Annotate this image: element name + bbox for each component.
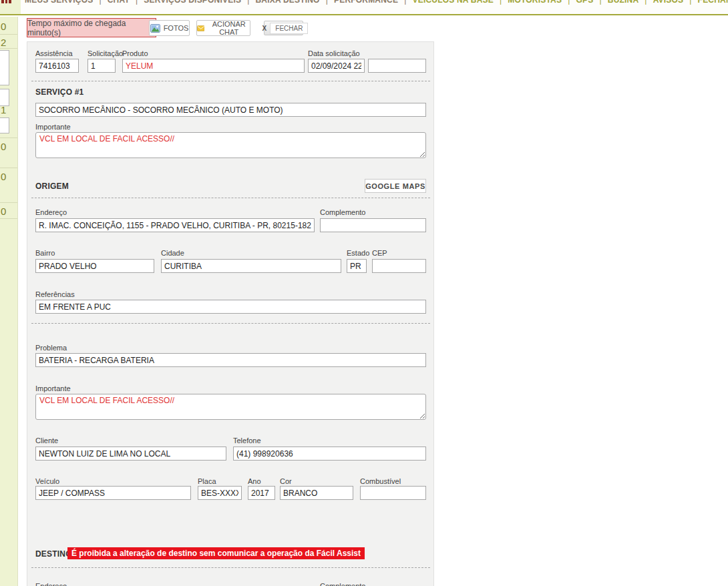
endereco-input[interactable] xyxy=(35,218,315,232)
menu-text-fragment xyxy=(9,0,11,3)
estado-label: Estado xyxy=(347,249,369,257)
ano-label: Ano xyxy=(248,477,261,485)
separator xyxy=(31,323,430,324)
cor-input[interactable] xyxy=(280,486,353,500)
sidebar-input-fragment[interactable] xyxy=(0,50,9,85)
nav-item-gps[interactable]: GPS xyxy=(576,0,607,5)
separator xyxy=(31,198,430,198)
endereco-label: Endereço xyxy=(35,208,67,216)
service-detail-panel: Assistência Solicitação Produto Data sol… xyxy=(27,41,434,586)
sidebar-divider xyxy=(0,168,17,168)
assistencia-input[interactable] xyxy=(35,59,79,73)
top-navigation: MEUS SERVIÇOS CHAT SERVIÇOS DISPONÍVEIS … xyxy=(0,0,728,15)
nav-menu: MEUS SERVIÇOS CHAT SERVIÇOS DISPONÍVEIS … xyxy=(25,0,728,5)
cliente-input[interactable] xyxy=(35,447,226,461)
servico-header: SERVIÇO #1 xyxy=(35,87,83,97)
fechar-button[interactable]: X FECHAR xyxy=(264,21,303,35)
tempo-maximo-label: Tempo máximo de chegada minuto(s) xyxy=(27,19,156,37)
envelope-icon xyxy=(197,25,204,32)
solicitacao-input[interactable] xyxy=(87,59,116,73)
placa-label: Placa xyxy=(198,477,216,485)
estado-input[interactable] xyxy=(347,259,367,273)
destino-warning-text: É proibida a alteração de destino sem co… xyxy=(71,549,361,558)
sidebar-count: 0 xyxy=(1,171,6,182)
servico-input[interactable] xyxy=(35,103,426,117)
nav-item-baixa-destino[interactable]: BAIXA DESTINO xyxy=(255,0,334,5)
assistencia-label: Assistência xyxy=(35,49,73,57)
fotos-button-label: FOTOS xyxy=(164,24,189,32)
data-solicitacao-extra-input[interactable] xyxy=(368,59,426,73)
cor-label: Cor xyxy=(280,477,292,485)
veiculo-input[interactable] xyxy=(35,486,191,500)
sidebar-count: 2 xyxy=(1,37,6,48)
left-sidebar: 0 2 1 0 0 0 xyxy=(0,17,18,586)
nav-item-fechamento[interactable]: FECHAMENTO xyxy=(698,0,728,5)
telefone-input[interactable] xyxy=(233,447,426,461)
nav-item-motoristas[interactable]: MOTORISTAS xyxy=(508,0,576,5)
separator xyxy=(31,567,430,568)
sidebar-count: 0 xyxy=(1,141,6,152)
complemento-label: Complemento xyxy=(320,208,365,216)
nav-item-performance[interactable]: PERFORMANCE xyxy=(334,0,413,5)
google-maps-button[interactable]: GOOGLE MAPS xyxy=(365,179,426,193)
sidebar-count: 1 xyxy=(1,104,6,115)
bairro-label: Bairro xyxy=(35,249,55,257)
photo-icon xyxy=(150,24,160,33)
nav-item-meus-servicos[interactable]: MEUS SERVIÇOS xyxy=(25,0,108,5)
nav-item-veiculos-na-base[interactable]: VEÍCULOS NA BASE xyxy=(413,0,508,5)
destino-complemento-label: Complemento xyxy=(320,582,365,586)
sidebar-divider xyxy=(0,137,17,138)
nav-item-chat[interactable]: CHAT xyxy=(108,0,144,5)
sidebar-divider xyxy=(0,202,17,203)
menu-text-fragment xyxy=(5,0,7,3)
acionar-chat-button-label: ACIONAR CHAT xyxy=(208,20,250,36)
importante-origem-label: Importante xyxy=(35,384,71,392)
destino-warning-banner: É proibida a alteração de destino sem co… xyxy=(67,547,365,559)
separator xyxy=(31,81,430,81)
destino-endereco-label: Endereço xyxy=(35,582,67,586)
referencias-label: Referências xyxy=(35,290,75,298)
complemento-input[interactable] xyxy=(320,218,426,232)
origem-header: ORIGEM xyxy=(35,182,69,191)
combustivel-label: Combustível xyxy=(360,477,401,485)
sidebar-divider xyxy=(0,34,17,35)
tempo-maximo-banner: Tempo máximo de chegada minuto(s) xyxy=(27,18,156,37)
fotos-button[interactable]: FOTOS xyxy=(149,20,190,36)
importante-servico-label: Importante xyxy=(35,123,71,131)
sidebar-count: 0 xyxy=(1,21,6,32)
importante-origem-textarea[interactable] xyxy=(35,394,426,420)
destino-header: DESTINO xyxy=(35,549,72,559)
combustivel-input[interactable] xyxy=(360,486,426,500)
ano-input[interactable] xyxy=(248,486,275,500)
data-solicitacao-label: Data solicitação xyxy=(308,49,360,57)
telefone-label: Telefone xyxy=(233,436,261,445)
nav-item-servicos-disponiveis[interactable]: SERVIÇOS DISPONÍVEIS xyxy=(144,0,255,5)
cidade-input[interactable] xyxy=(161,259,341,273)
cidade-label: Cidade xyxy=(161,249,184,257)
produto-input[interactable] xyxy=(122,59,305,73)
cep-label: CEP xyxy=(372,249,387,257)
acionar-chat-button[interactable]: ACIONAR CHAT xyxy=(196,20,250,36)
nav-item-avisos[interactable]: AVISOS xyxy=(653,0,698,5)
sidebar-input-fragment[interactable] xyxy=(0,117,9,133)
sidebar-count: 0 xyxy=(1,206,6,217)
fechar-button-label: FECHAR xyxy=(270,23,308,34)
google-maps-button-label: GOOGLE MAPS xyxy=(365,182,425,190)
solicitacao-label: Solicitação xyxy=(87,49,123,57)
bairro-input[interactable] xyxy=(35,259,154,273)
nav-item-buzina[interactable]: BUZINA xyxy=(608,0,653,5)
veiculo-label: Veículo xyxy=(35,477,59,485)
page: MEUS SERVIÇOS CHAT SERVIÇOS DISPONÍVEIS … xyxy=(0,0,728,586)
data-solicitacao-input[interactable] xyxy=(308,59,365,73)
menu-text-fragment xyxy=(1,0,4,3)
problema-input[interactable] xyxy=(35,353,426,367)
sidebar-divider xyxy=(0,48,17,49)
problema-label: Problema xyxy=(35,344,67,352)
produto-label: Produto xyxy=(122,49,148,57)
nav-corner xyxy=(0,0,21,15)
placa-input[interactable] xyxy=(198,486,242,500)
importante-servico-textarea[interactable] xyxy=(35,132,426,158)
referencias-input[interactable] xyxy=(35,300,426,314)
cliente-label: Cliente xyxy=(35,436,58,445)
cep-input[interactable] xyxy=(372,259,426,273)
